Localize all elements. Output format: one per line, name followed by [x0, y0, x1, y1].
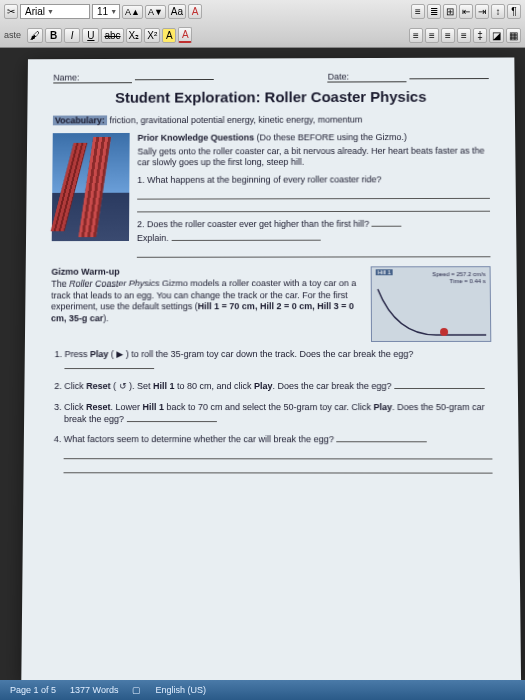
status-language[interactable]: English (US) — [155, 685, 206, 695]
step-3: Click Reset. Lower Hill 1 back to 70 cm … — [64, 401, 492, 425]
gizmo-chart: Hill 1 Speed = 257.2 cm/s Time = 0.44 s — [371, 266, 492, 342]
font-name-select[interactable]: Arial▼ — [20, 4, 90, 19]
prior-knowledge-block: Prior Knowledge Questions (Do these BEFO… — [137, 132, 491, 261]
shading-button[interactable]: ◪ — [489, 28, 504, 43]
align-center-button[interactable]: ≡ — [425, 28, 439, 43]
italic-button[interactable]: I — [64, 28, 80, 43]
cut-icon[interactable]: ✂ — [4, 4, 18, 19]
format-painter-icon[interactable]: 🖌 — [27, 28, 43, 43]
outdent-button[interactable]: ⇤ — [459, 4, 473, 19]
multilevel-button[interactable]: ⊞ — [443, 4, 457, 19]
indent-button[interactable]: ⇥ — [475, 4, 489, 19]
clear-format-button[interactable]: A — [188, 4, 202, 19]
underline-button[interactable]: U — [82, 28, 99, 43]
bullets-button[interactable]: ≡ — [411, 4, 425, 19]
align-left-button[interactable]: ≡ — [409, 28, 423, 43]
step-1: Press Play ( ▶ ) to roll the 35-gram toy… — [64, 348, 491, 372]
justify-button[interactable]: ≡ — [457, 28, 471, 43]
roller-coaster-photo — [52, 133, 130, 241]
borders-button[interactable]: ▦ — [506, 28, 521, 43]
align-right-button[interactable]: ≡ — [441, 28, 455, 43]
status-page[interactable]: Page 1 of 5 — [10, 685, 56, 695]
chart-hill-label: Hill 1 — [376, 269, 393, 275]
track-curve-icon — [376, 287, 488, 337]
chart-time-label: Time = 0.44 s — [432, 278, 486, 285]
date-field: Date: — [328, 71, 489, 82]
document-viewport: Name: Date: Student Exploration: Roller … — [24, 54, 517, 678]
formatting-toolbar: ✂ Arial▼ 11▼ A▲ A▼ Aa A ≡ ≣ ⊞ ⇤ ⇥ ↕ ¶ as… — [0, 0, 525, 48]
status-proof-icon[interactable]: ▢ — [132, 685, 141, 695]
svg-point-0 — [440, 328, 448, 336]
bold-button[interactable]: B — [45, 28, 62, 43]
numbering-button[interactable]: ≣ — [427, 4, 441, 19]
strike-button[interactable]: abc — [101, 28, 123, 43]
step-2: Click Reset ( ↺ ). Set Hill 1 to 80 cm, … — [64, 380, 492, 392]
line-spacing-button[interactable]: ‡ — [473, 28, 487, 43]
status-bar: Page 1 of 5 1377 Words ▢ English (US) — [0, 680, 525, 700]
font-color-button[interactable]: A — [178, 27, 192, 43]
step-4: What factors seem to determine whether t… — [64, 433, 493, 474]
warmup-steps: Press Play ( ▶ ) to roll the 35-gram toy… — [64, 348, 493, 474]
vocabulary-line: Vocabulary: friction, gravitational pote… — [53, 114, 489, 125]
document-page: Name: Date: Student Exploration: Roller … — [21, 57, 521, 682]
show-marks-button[interactable]: ¶ — [507, 4, 521, 19]
change-case-button[interactable]: Aa — [168, 4, 186, 19]
page-title: Student Exploration: Roller Coaster Phys… — [53, 88, 489, 106]
subscript-button[interactable]: X₂ — [126, 28, 143, 43]
gizmo-warmup-text: Gizmo Warm-up The Roller Coaster Physics… — [51, 266, 363, 342]
shrink-font-button[interactable]: A▼ — [145, 5, 166, 19]
font-size-select[interactable]: 11▼ — [92, 4, 120, 19]
name-field: Name: — [53, 72, 213, 83]
status-words[interactable]: 1377 Words — [70, 685, 118, 695]
chart-speed-label: Speed = 257.2 cm/s — [432, 271, 486, 278]
highlight-button[interactable]: A — [162, 28, 176, 43]
paste-label: aste — [4, 30, 21, 40]
sort-button[interactable]: ↕ — [491, 4, 505, 19]
superscript-button[interactable]: X² — [144, 28, 160, 43]
grow-font-button[interactable]: A▲ — [122, 5, 143, 19]
